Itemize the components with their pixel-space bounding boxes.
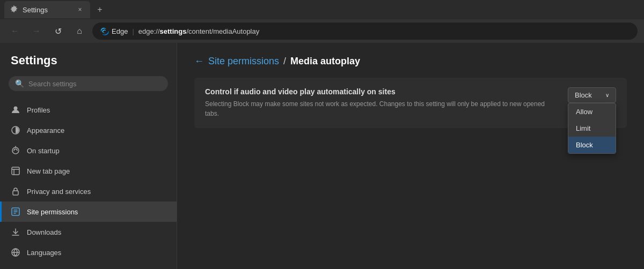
setting-description: Selecting Block may make some sites not … — [205, 99, 559, 118]
edge-logo: Edge — [100, 26, 128, 36]
setting-info: Control if audio and video play automati… — [205, 87, 559, 118]
reload-button[interactable]: ↺ — [49, 23, 67, 40]
sidebar-item-appearance[interactable]: Appearance — [0, 120, 177, 140]
autoplay-dropdown-button[interactable]: Block ∨ — [568, 87, 616, 103]
new-tab-button[interactable]: + — [92, 2, 107, 17]
search-icon: 🔍 — [15, 79, 24, 88]
svg-point-2 — [12, 147, 19, 154]
sidebar-item-on-startup-label: On startup — [27, 147, 60, 155]
on-startup-icon — [11, 146, 20, 155]
settings-tab-icon — [10, 5, 18, 14]
sidebar-item-site-permissions[interactable]: Site permissions — [0, 201, 177, 222]
site-permissions-icon — [11, 207, 20, 216]
sidebar-item-on-startup[interactable]: On startup — [0, 140, 177, 161]
new-tab-page-icon — [11, 166, 20, 176]
sidebar-item-profiles-label: Profiles — [27, 106, 50, 114]
tab-close-button[interactable]: × — [75, 5, 85, 14]
sidebar-item-profiles[interactable]: Profiles — [0, 100, 177, 120]
search-box[interactable]: 🔍 — [9, 76, 168, 91]
languages-icon — [11, 248, 20, 257]
dropdown-selected-label: Block — [575, 91, 592, 99]
sidebar-item-languages[interactable]: Languages — [0, 242, 177, 263]
address-bar[interactable]: Edge | edge://settings/content/mediaAuto… — [92, 23, 638, 40]
home-button[interactable]: ⌂ — [71, 23, 88, 40]
title-bar: Settings × + — [0, 0, 644, 19]
svg-rect-7 — [13, 191, 18, 195]
dropdown-option-block[interactable]: Block — [568, 137, 616, 153]
autoplay-dropdown-container: Block ∨ Allow Limit Block — [568, 87, 616, 103]
autoplay-dropdown-menu: Allow Limit Block — [568, 103, 616, 154]
content-area: Settings 🔍 Profiles Appearance — [0, 43, 644, 269]
dropdown-option-allow[interactable]: Allow — [568, 103, 616, 120]
address-divider: | — [132, 27, 134, 35]
search-input[interactable] — [28, 80, 162, 88]
breadcrumb-separator: / — [283, 56, 286, 67]
nav-bar: ← → ↺ ⌂ Edge | edge://settings/content/m… — [0, 19, 644, 43]
sidebar-item-printers[interactable]: Printers — [0, 263, 177, 269]
setting-row: Control if audio and video play automati… — [194, 78, 627, 128]
back-button[interactable]: ← — [6, 23, 24, 40]
dropdown-option-limit[interactable]: Limit — [568, 120, 616, 137]
svg-point-0 — [14, 107, 18, 110]
sidebar-item-privacy[interactable]: Privacy and services — [0, 181, 177, 201]
tab-title: Settings — [23, 6, 71, 14]
sidebar-item-languages-label: Languages — [27, 249, 61, 257]
privacy-icon — [11, 186, 20, 196]
sidebar-item-appearance-label: Appearance — [27, 126, 64, 134]
back-arrow-button[interactable]: ← — [194, 56, 204, 67]
site-permissions-link[interactable]: Site permissions — [208, 56, 279, 67]
address-text: edge://settings/content/mediaAutoplay — [138, 27, 259, 35]
downloads-icon — [11, 227, 20, 237]
appearance-icon — [11, 125, 20, 135]
chevron-down-icon: ∨ — [605, 92, 609, 98]
profiles-icon — [11, 105, 20, 115]
sidebar-item-downloads-label: Downloads — [27, 228, 61, 236]
sidebar-item-new-tab-label: New tab page — [27, 167, 70, 175]
address-bold: settings — [160, 27, 187, 35]
sidebar-item-new-tab[interactable]: New tab page — [0, 161, 177, 181]
settings-tab[interactable]: Settings × — [4, 1, 90, 18]
forward-button[interactable]: → — [28, 23, 45, 40]
main-content: ← Site permissions / Media autoplay Cont… — [177, 43, 644, 269]
address-suffix: /content/mediaAutoplay — [186, 27, 259, 35]
sidebar-item-site-permissions-label: Site permissions — [27, 208, 78, 216]
svg-rect-4 — [12, 167, 19, 175]
sidebar: Settings 🔍 Profiles Appearance — [0, 43, 177, 269]
sidebar-item-downloads[interactable]: Downloads — [0, 222, 177, 242]
breadcrumb-current: Media autoplay — [290, 56, 360, 67]
sidebar-item-privacy-label: Privacy and services — [27, 188, 91, 196]
setting-title: Control if audio and video play automati… — [205, 87, 559, 96]
edge-label: Edge — [112, 27, 128, 35]
sidebar-title: Settings — [0, 54, 177, 76]
breadcrumb: ← Site permissions / Media autoplay — [194, 56, 627, 67]
